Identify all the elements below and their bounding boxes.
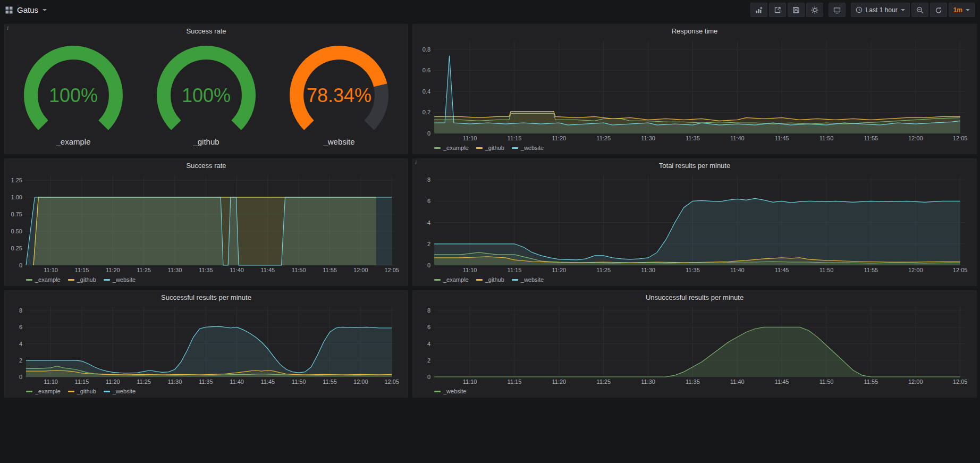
- share-button[interactable]: [769, 3, 786, 17]
- x-axis-tick-label: 11:45: [775, 267, 789, 273]
- dashboard-title[interactable]: Gatus: [17, 5, 38, 14]
- legend-swatch: [26, 279, 32, 281]
- time-range-button[interactable]: Last 1 hour: [851, 3, 910, 17]
- dashboard-actions-group: [750, 3, 823, 17]
- x-axis-tick-label: 11:10: [44, 378, 58, 385]
- x-axis-tick-label: 12:00: [908, 267, 923, 273]
- x-axis-tick-label: 11:55: [864, 378, 878, 385]
- y-axis-tick-label: 0.4: [423, 88, 430, 95]
- save-icon: [792, 6, 800, 14]
- gauge-svg: 100%: [140, 45, 273, 136]
- x-axis-tick-label: 11:40: [730, 267, 745, 273]
- x-axis-tick-label: 11:55: [323, 378, 337, 385]
- x-axis-tick-label: 11:30: [641, 378, 655, 385]
- legend-item-_example[interactable]: _example: [434, 145, 469, 151]
- x-axis-tick-label: 11:25: [596, 135, 611, 141]
- legend-item-_github[interactable]: _github: [68, 388, 96, 394]
- y-axis-tick-label: 1.25: [11, 177, 22, 183]
- settings-button[interactable]: [806, 3, 823, 17]
- legend-item-_example[interactable]: _example: [434, 276, 469, 283]
- legend-item-_github[interactable]: _github: [476, 145, 504, 151]
- cycle-view-button[interactable]: [829, 3, 846, 17]
- chart-svg[interactable]: 0246811:1011:1511:2011:2511:3011:3511:40…: [7, 304, 404, 386]
- panel-title[interactable]: Total results per minute: [659, 162, 730, 170]
- save-button[interactable]: [788, 3, 805, 17]
- y-axis-tick-label: 0: [19, 374, 22, 380]
- y-axis-tick-label: 0: [427, 374, 430, 380]
- x-axis-tick-label: 11:25: [137, 267, 151, 273]
- chart-svg[interactable]: 00.20.40.60.811:1011:1511:2011:2511:3011…: [415, 38, 974, 143]
- panel-success-rate-gauges: i Success rate 100%_example100%_github78…: [4, 24, 408, 154]
- legend-swatch: [26, 391, 32, 392]
- add-panel-button[interactable]: [750, 3, 767, 17]
- chart-svg[interactable]: 00.250.500.751.001.2511:1011:1511:2011:2…: [7, 172, 404, 275]
- legend-swatch: [512, 279, 518, 281]
- legend-item-_website[interactable]: _website: [512, 145, 544, 151]
- panel-title[interactable]: Response time: [672, 27, 718, 35]
- dashboard-grid: i Success rate 100%_example100%_github78…: [0, 20, 980, 402]
- legend-label: _website: [521, 145, 544, 151]
- panel-title[interactable]: Success rate: [186, 27, 226, 35]
- success-rate-chart[interactable]: 00.250.500.751.001.2511:1011:1511:2011:2…: [7, 172, 405, 275]
- x-axis-tick-label: 11:55: [864, 267, 878, 273]
- zoom-out-button[interactable]: [911, 3, 928, 17]
- legend-item-_github[interactable]: _github: [68, 276, 96, 283]
- legend-item-_website[interactable]: _website: [434, 388, 466, 394]
- legend-item-_website[interactable]: _website: [104, 276, 136, 283]
- unsuccessful-results-chart[interactable]: 0246811:1011:1511:2011:2511:3011:3511:40…: [415, 304, 974, 386]
- dashboards-grid-icon[interactable]: [5, 6, 13, 14]
- x-axis-tick-label: 11:25: [596, 378, 611, 385]
- x-axis-tick-label: 11:40: [230, 267, 244, 273]
- y-axis-tick-label: 0.50: [11, 228, 22, 234]
- successful-results-chart[interactable]: 0246811:1011:1511:2011:2511:3011:3511:40…: [7, 304, 405, 386]
- x-axis-tick-label: 11:50: [292, 267, 306, 273]
- legend-item-_github[interactable]: _github: [476, 276, 504, 283]
- refresh-icon: [935, 6, 942, 14]
- legend-item-_example[interactable]: _example: [26, 276, 61, 283]
- legend-label: _example: [443, 145, 469, 151]
- chart-svg[interactable]: 0246811:1011:1511:2011:2511:3011:3511:40…: [415, 172, 974, 275]
- refresh-button[interactable]: [930, 3, 947, 17]
- legend-item-_website[interactable]: _website: [104, 388, 136, 394]
- legend-item-_example[interactable]: _example: [26, 388, 61, 394]
- y-axis-tick-label: 0.8: [423, 46, 430, 53]
- legend-label: _github: [77, 388, 96, 394]
- gauge-_github: 100%_github: [140, 45, 273, 146]
- response-time-chart[interactable]: 00.20.40.60.811:1011:1511:2011:2511:3011…: [415, 38, 974, 143]
- x-axis-tick-label: 11:40: [730, 135, 745, 141]
- panel-info-icon[interactable]: i: [7, 24, 9, 31]
- gauge-_website: 78.34%_website: [273, 45, 405, 146]
- x-axis-tick-label: 11:15: [508, 378, 522, 385]
- chart-legend: _example_github_website: [415, 275, 974, 284]
- x-axis-tick-label: 12:00: [353, 267, 368, 273]
- x-axis-tick-label: 11:30: [168, 267, 182, 273]
- x-axis-tick-label: 11:45: [261, 267, 275, 273]
- gear-icon: [811, 6, 818, 14]
- y-axis-tick-label: 2: [427, 241, 430, 247]
- series-area-_website: [434, 327, 960, 377]
- x-axis-tick-label: 12:05: [953, 267, 968, 273]
- legend-label: _website: [443, 388, 466, 394]
- y-axis-tick-label: 8: [427, 176, 430, 183]
- total-results-chart[interactable]: 0246811:1011:1511:2011:2511:3011:3511:40…: [415, 172, 974, 275]
- x-axis-tick-label: 11:20: [106, 378, 120, 385]
- legend-item-_website[interactable]: _website: [512, 276, 544, 283]
- gauge-value: 78.34%: [307, 85, 371, 106]
- y-axis-tick-label: 2: [427, 357, 430, 364]
- refresh-interval-button[interactable]: 1m: [949, 3, 975, 17]
- chart-svg[interactable]: 0246811:1011:1511:2011:2511:3011:3511:40…: [415, 304, 974, 386]
- legend-label: _github: [485, 145, 504, 151]
- panel-title[interactable]: Successful results per minute: [161, 293, 251, 301]
- x-axis-tick-label: 12:05: [384, 267, 399, 273]
- chart-legend: _example_github_website: [7, 275, 405, 284]
- x-axis-tick-label: 11:45: [261, 378, 275, 385]
- y-axis-tick-label: 4: [19, 341, 22, 347]
- gauge-value: 100%: [182, 85, 231, 106]
- y-axis-tick-label: 0.75: [11, 211, 22, 217]
- panel-info-icon[interactable]: i: [415, 159, 417, 165]
- panel-title[interactable]: Success rate: [186, 162, 226, 170]
- legend-swatch: [476, 279, 483, 281]
- panel-title[interactable]: Unsuccessful results per minute: [646, 293, 744, 301]
- x-axis-tick-label: 11:30: [168, 378, 182, 385]
- dashboard-caret-down-icon[interactable]: [43, 9, 47, 11]
